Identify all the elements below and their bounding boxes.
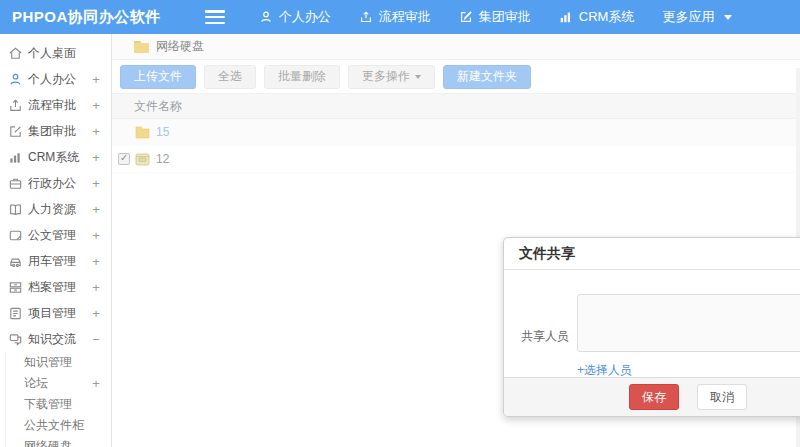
book-icon <box>8 202 23 217</box>
select-all-button[interactable]: 全选 <box>204 65 256 89</box>
expand-icon[interactable]: + <box>91 98 101 113</box>
sidebar: 个人桌面 个人办公 + 流程审批 + 集团审 <box>0 34 112 447</box>
caret-down-icon <box>415 75 421 79</box>
folder-icon <box>135 126 150 139</box>
hamburger-menu-icon[interactable] <box>205 10 225 24</box>
sidebar-item-archive-mgmt[interactable]: 档案管理 + <box>0 274 111 300</box>
share-people-label: 共享人员 <box>519 328 569 345</box>
nav-item-label: 流程审批 <box>379 8 431 26</box>
column-file-name: 文件名称 <box>134 98 182 115</box>
save-button[interactable]: 保存 <box>629 384 679 410</box>
expand-icon[interactable]: + <box>91 376 101 391</box>
archive-icon <box>8 280 23 295</box>
expand-icon[interactable]: + <box>91 150 101 165</box>
expand-icon[interactable]: + <box>91 254 101 269</box>
nav-item-crm[interactable]: CRM系统 <box>545 0 649 34</box>
sidebar-item-process-approval[interactable]: 流程审批 + <box>0 92 111 118</box>
share-people-input[interactable] <box>577 294 800 352</box>
nav-item-personal-office[interactable]: 个人办公 <box>245 0 345 34</box>
dialog-footer: 保存 取消 <box>504 377 800 416</box>
nav-item-process-approval[interactable]: 流程审批 <box>345 0 445 34</box>
nav-item-more-apps[interactable]: 更多应用 <box>648 0 746 34</box>
user-icon <box>259 10 273 24</box>
chat-icon <box>8 332 23 347</box>
app-brand: PHPOA协同办公软件 <box>0 8 173 27</box>
nav-item-label: 集团审批 <box>479 8 531 26</box>
sidebar-item-hr[interactable]: 人力资源 + <box>0 196 111 222</box>
sidebar-item-project-mgmt[interactable]: 项目管理 + <box>0 300 111 326</box>
sidebar-item-crm[interactable]: CRM系统 + <box>0 144 111 170</box>
dialog-body: 共享人员 +选择人员 <box>504 270 800 379</box>
nav-item-label: 更多应用 <box>662 8 714 26</box>
table-row[interactable]: 12 <box>112 146 800 173</box>
expand-icon[interactable]: + <box>91 72 101 87</box>
nav-item-group-approval[interactable]: 集团审批 <box>445 0 545 34</box>
expand-icon[interactable]: + <box>91 280 101 295</box>
new-folder-button[interactable]: 新建文件夹 <box>443 65 531 89</box>
folder-icon <box>134 41 149 53</box>
file-name: 12 <box>156 152 169 166</box>
archive-file-icon <box>135 153 150 166</box>
file-toolbar: 上传文件 全选 批量删除 更多操作 新建文件夹 <box>112 60 800 93</box>
process-icon <box>359 10 373 24</box>
cancel-button[interactable]: 取消 <box>697 384 747 410</box>
sidebar-item-group-approval[interactable]: 集团审批 + <box>0 118 111 144</box>
upload-file-button[interactable]: 上传文件 <box>120 65 196 89</box>
car-icon <box>8 254 23 269</box>
sidebar-subitem-knowledge-mgmt[interactable]: 知识管理 <box>5 352 111 373</box>
process-icon <box>8 98 23 113</box>
sidebar-item-personal-desktop[interactable]: 个人桌面 <box>0 40 111 66</box>
document-icon <box>8 228 23 243</box>
user-icon <box>8 72 23 87</box>
nav-menu: 个人办公 流程审批 集团审批 CRM系统 更多应用 <box>245 0 747 34</box>
collapse-icon[interactable]: − <box>91 332 101 347</box>
chart-icon <box>8 150 23 165</box>
nav-item-label: 个人办公 <box>279 8 331 26</box>
home-icon <box>8 46 23 61</box>
edit-icon <box>459 10 473 24</box>
expand-icon[interactable]: + <box>91 202 101 217</box>
expand-icon[interactable]: + <box>91 306 101 321</box>
sidebar-item-vehicle-mgmt[interactable]: 用车管理 + <box>0 248 111 274</box>
expand-icon[interactable]: + <box>91 176 101 191</box>
batch-delete-button[interactable]: 批量删除 <box>264 65 340 89</box>
sidebar-item-document-mgmt[interactable]: 公文管理 + <box>0 222 111 248</box>
sidebar-subitem-network-disk[interactable]: 网络硬盘 <box>5 436 111 447</box>
expand-icon[interactable]: + <box>91 228 101 243</box>
breadcrumb-label: 网络硬盘 <box>156 38 204 55</box>
expand-icon[interactable]: + <box>91 124 101 139</box>
row-checkbox[interactable] <box>118 153 130 165</box>
briefcase-icon <box>8 176 23 191</box>
nav-item-label: CRM系统 <box>579 8 635 26</box>
table-header: 文件名称 <box>112 93 800 119</box>
dialog-title: 文件共享 <box>504 238 800 270</box>
file-name-link[interactable]: 15 <box>156 125 169 139</box>
sidebar-item-admin-office[interactable]: 行政办公 + <box>0 170 111 196</box>
edit-icon <box>8 124 23 139</box>
breadcrumb: 网络硬盘 <box>112 34 800 60</box>
sidebar-item-personal-office[interactable]: 个人办公 + <box>0 66 111 92</box>
chart-icon <box>559 10 573 24</box>
caret-down-icon <box>724 15 732 20</box>
sidebar-item-knowledge-exchange[interactable]: 知识交流 − <box>0 326 111 352</box>
table-row[interactable]: 15 <box>112 119 800 146</box>
top-navbar: PHPOA协同办公软件 个人办公 流程审批 集团审批 <box>0 0 800 34</box>
sidebar-subitem-forum[interactable]: 论坛 + <box>5 373 111 394</box>
project-icon <box>8 306 23 321</box>
sidebar-subitem-download-mgmt[interactable]: 下载管理 <box>5 394 111 415</box>
more-operations-button[interactable]: 更多操作 <box>348 65 435 89</box>
sidebar-subitem-public-cabinet[interactable]: 公共文件柜 <box>5 415 111 436</box>
file-share-dialog: 文件共享 共享人员 +选择人员 保存 取消 <box>503 237 800 417</box>
